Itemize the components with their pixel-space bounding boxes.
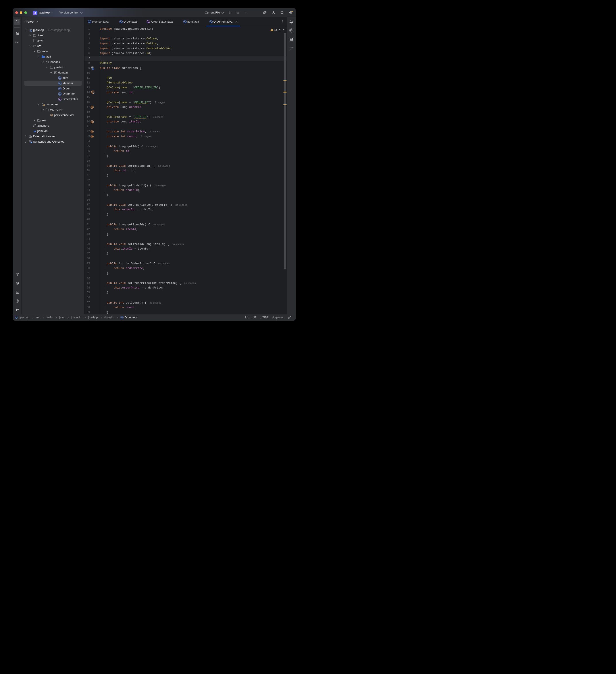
svg-text:a: a: [92, 106, 93, 109]
svg-text:C: C: [59, 88, 61, 90]
svg-text:C: C: [59, 93, 61, 95]
svg-text:C: C: [59, 77, 61, 79]
svg-text:C: C: [121, 317, 123, 319]
svg-text:a: a: [92, 130, 93, 133]
svg-text:m: m: [34, 129, 36, 133]
svg-text:E: E: [148, 21, 149, 23]
svg-text:E: E: [59, 98, 60, 101]
svg-text:a: a: [92, 135, 93, 138]
svg-text:a: a: [92, 121, 93, 123]
svg-text:C: C: [184, 21, 186, 23]
svg-text:C: C: [210, 21, 212, 23]
svg-text:C: C: [89, 21, 90, 23]
svg-text:C: C: [120, 21, 122, 23]
svg-text:C: C: [59, 82, 61, 85]
